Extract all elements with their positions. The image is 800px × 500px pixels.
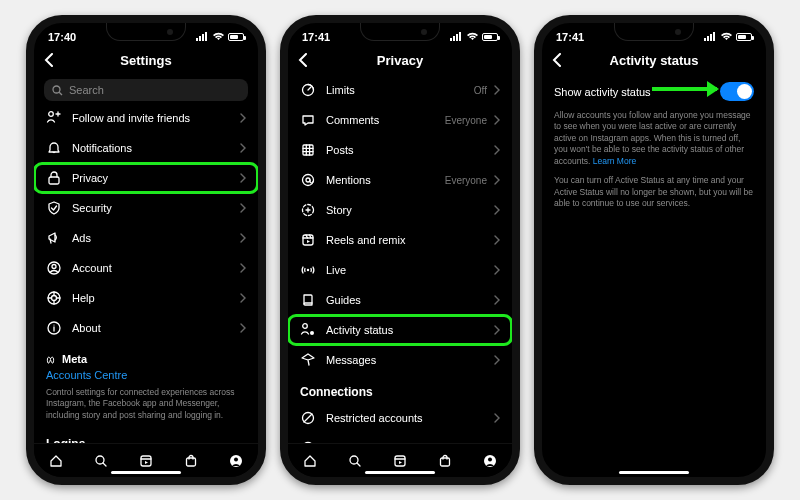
learn-more-link[interactable]: Learn More [593, 156, 636, 166]
accounts-centre-link[interactable]: Accounts Centre [34, 365, 258, 385]
story-icon [300, 202, 316, 218]
svg-rect-63 [440, 458, 449, 466]
status-time: 17:40 [48, 31, 76, 43]
tab-profile-icon[interactable] [482, 453, 498, 469]
chevron-right-icon [493, 295, 500, 305]
page-title: Settings [120, 53, 171, 68]
svg-rect-29 [450, 38, 452, 41]
privacy-row-story[interactable]: Story [288, 195, 512, 225]
privacy-row-reels-and-remix[interactable]: Reels and remix [288, 225, 512, 255]
search-placeholder: Search [69, 84, 104, 96]
page-title: Privacy [377, 53, 423, 68]
svg-rect-67 [707, 36, 709, 41]
search-icon [52, 85, 63, 96]
row-label: Limits [326, 84, 355, 96]
privacy-row-guides[interactable]: Guides [288, 285, 512, 315]
privacy-row-messages[interactable]: Messages [288, 345, 512, 375]
back-button[interactable] [298, 53, 310, 67]
toggle-label: Show activity status [554, 86, 651, 98]
activity-icon [300, 322, 316, 338]
row-label: Privacy [72, 172, 108, 184]
privacy-row-comments[interactable]: CommentsEveryone [288, 105, 512, 135]
signal-icon [450, 32, 463, 41]
tab-reels-tab-icon[interactable] [138, 453, 154, 469]
connections-row-restricted-accounts[interactable]: Restricted accounts [288, 403, 512, 433]
accounts-caption: Control settings for connected experienc… [34, 385, 258, 427]
row-label: Mentions [326, 174, 371, 186]
svg-point-40 [303, 175, 314, 186]
row-label: Posts [326, 144, 354, 156]
posts-icon [300, 142, 316, 158]
help-icon [46, 290, 62, 306]
tab-home-icon[interactable] [302, 453, 318, 469]
settings-row-help[interactable]: Help [34, 283, 258, 313]
tab-shop-icon[interactable] [437, 453, 453, 469]
svg-point-21 [53, 324, 54, 325]
row-label: Reels and remix [326, 234, 405, 246]
row-label: Activity status [326, 324, 393, 336]
svg-line-5 [59, 92, 62, 95]
settings-row-notifications[interactable]: Notifications [34, 133, 258, 163]
guides-icon [300, 292, 316, 308]
annotation-arrow [652, 87, 717, 91]
back-button[interactable] [552, 53, 564, 67]
row-label: Security [72, 202, 112, 214]
privacy-row-activity-status[interactable]: Activity status [288, 315, 512, 345]
status-time: 17:41 [556, 31, 584, 43]
restricted-icon [300, 410, 316, 426]
svg-rect-68 [710, 34, 712, 41]
battery-icon [228, 33, 244, 41]
tab-search-icon[interactable] [347, 453, 363, 469]
phone-settings: 17:40 Settings Search Follow and invite … [26, 15, 266, 485]
chevron-right-icon [493, 145, 500, 155]
nav-bar: Privacy [288, 45, 512, 75]
svg-point-6 [49, 112, 54, 117]
search-input[interactable]: Search [44, 79, 248, 101]
settings-row-follow-and-invite-friends[interactable]: Follow and invite friends [34, 103, 258, 133]
privacy-row-posts[interactable]: Posts [288, 135, 512, 165]
privacy-row-limits[interactable]: LimitsOff [288, 75, 512, 105]
connections-row-blocked-accounts[interactable]: Blocked accounts [288, 433, 512, 443]
tab-profile-icon[interactable] [228, 453, 244, 469]
settings-list: Follow and invite friendsNotificationsPr… [34, 103, 258, 443]
svg-line-53 [304, 414, 312, 422]
tab-reels-tab-icon[interactable] [392, 453, 408, 469]
svg-point-50 [303, 324, 308, 329]
phone-privacy: 17:41 Privacy LimitsOffCommentsEveryoneP… [280, 15, 520, 485]
tab-shop-icon[interactable] [183, 453, 199, 469]
chevron-right-icon [493, 413, 500, 423]
settings-row-about[interactable]: About [34, 313, 258, 343]
row-label: Guides [326, 294, 361, 306]
svg-rect-26 [186, 458, 195, 466]
tab-search-icon[interactable] [93, 453, 109, 469]
bell-icon [46, 140, 62, 156]
tab-home-icon[interactable] [48, 453, 64, 469]
page-title: Activity status [610, 53, 699, 68]
settings-row-ads[interactable]: Ads [34, 223, 258, 253]
svg-rect-61 [395, 456, 405, 466]
privacy-list: LimitsOffCommentsEveryonePostsMentionsEv… [288, 75, 512, 443]
privacy-row-mentions[interactable]: MentionsEveryone [288, 165, 512, 195]
home-indicator [111, 471, 181, 474]
wifi-icon [212, 32, 225, 41]
wifi-icon [466, 32, 479, 41]
activity-status-toggle[interactable] [720, 82, 754, 101]
row-label: Restricted accounts [326, 412, 423, 424]
messages-icon [300, 352, 316, 368]
svg-rect-0 [196, 38, 198, 41]
svg-rect-35 [303, 145, 313, 155]
svg-point-51 [310, 331, 314, 335]
privacy-row-live[interactable]: Live [288, 255, 512, 285]
svg-rect-3 [205, 32, 207, 41]
settings-row-privacy[interactable]: Privacy [34, 163, 258, 193]
show-activity-status-row[interactable]: Show activity status [542, 75, 766, 108]
back-button[interactable] [44, 53, 56, 67]
chevron-right-icon [239, 203, 246, 213]
home-indicator [619, 471, 689, 474]
settings-row-security[interactable]: Security [34, 193, 258, 223]
settings-row-account[interactable]: Account [34, 253, 258, 283]
activity-status-content: Show activity status Allow accounts you … [542, 75, 766, 443]
account-icon [46, 260, 62, 276]
chevron-right-icon [239, 293, 246, 303]
chevron-right-icon [239, 263, 246, 273]
